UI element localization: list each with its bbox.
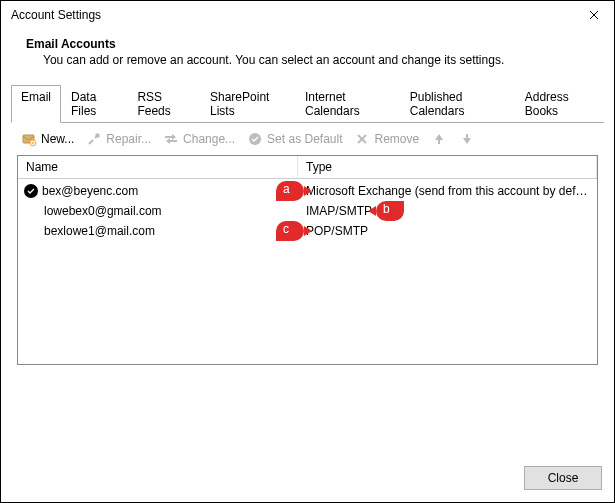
footer: Close — [524, 466, 602, 490]
close-button[interactable]: Close — [524, 466, 602, 490]
callout-a — [276, 181, 304, 201]
repair-icon — [86, 131, 102, 147]
change-button[interactable]: Change... — [159, 129, 239, 149]
tab-sharepoint-lists[interactable]: SharePoint Lists — [200, 85, 295, 123]
change-icon — [163, 131, 179, 147]
close-button-label: Close — [548, 471, 579, 485]
column-header-type[interactable]: Type — [298, 156, 597, 178]
list-header: Name Type — [18, 156, 597, 179]
callout-b — [376, 201, 404, 221]
remove-label: Remove — [374, 132, 419, 146]
table-row[interactable]: bex@beyenc.com Microsoft Exchange (send … — [18, 181, 597, 201]
tab-data-files[interactable]: Data Files — [61, 85, 127, 123]
account-type: IMAP/SMTP — [298, 204, 597, 218]
close-icon — [589, 10, 599, 20]
toolbar: New... Repair... Change... Set as Defaul… — [1, 123, 614, 155]
window-close-button[interactable] — [574, 1, 614, 29]
tab-rss-feeds[interactable]: RSS Feeds — [127, 85, 200, 123]
account-name: bexlowe1@mail.com — [44, 224, 155, 238]
accounts-list: Name Type bex@beyenc.com Microsoft Excha… — [17, 155, 598, 365]
repair-label: Repair... — [106, 132, 151, 146]
table-row[interactable]: bexlowe1@mail.com POP/SMTP — [18, 221, 597, 241]
titlebar: Account Settings — [1, 1, 614, 29]
account-type: Microsoft Exchange (send from this accou… — [298, 184, 597, 198]
move-down-button[interactable] — [455, 129, 479, 149]
move-up-button[interactable] — [427, 129, 451, 149]
window-title: Account Settings — [11, 8, 101, 22]
tab-internet-calendars[interactable]: Internet Calendars — [295, 85, 400, 123]
remove-icon — [354, 131, 370, 147]
change-label: Change... — [183, 132, 235, 146]
table-row[interactable]: lowebex0@gmail.com IMAP/SMTP — [18, 201, 597, 221]
tab-strip: Email Data Files RSS Feeds SharePoint Li… — [11, 85, 604, 123]
new-icon — [21, 131, 37, 147]
arrow-up-icon — [431, 131, 447, 147]
new-label: New... — [41, 132, 74, 146]
repair-button[interactable]: Repair... — [82, 129, 155, 149]
callout-c — [276, 221, 304, 241]
column-header-name[interactable]: Name — [18, 156, 298, 178]
set-default-label: Set as Default — [267, 132, 342, 146]
header: Email Accounts You can add or remove an … — [1, 29, 614, 85]
arrow-down-icon — [459, 131, 475, 147]
set-default-button[interactable]: Set as Default — [243, 129, 346, 149]
account-name: lowebex0@gmail.com — [44, 204, 162, 218]
header-title: Email Accounts — [26, 37, 589, 51]
default-account-icon — [24, 184, 38, 198]
new-button[interactable]: New... — [17, 129, 78, 149]
tab-email[interactable]: Email — [11, 85, 61, 123]
tab-published-calendars[interactable]: Published Calendars — [400, 85, 515, 123]
account-type: POP/SMTP — [298, 224, 597, 238]
header-subtitle: You can add or remove an account. You ca… — [26, 51, 589, 67]
tab-address-books[interactable]: Address Books — [515, 85, 604, 123]
check-circle-icon — [247, 131, 263, 147]
remove-button[interactable]: Remove — [350, 129, 423, 149]
account-name: bex@beyenc.com — [42, 184, 138, 198]
